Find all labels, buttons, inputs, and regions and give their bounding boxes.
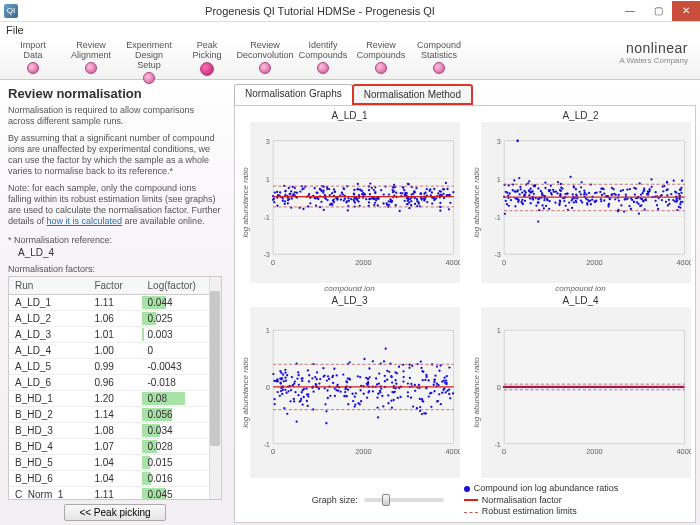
close-button[interactable]: ✕ (672, 1, 700, 21)
table-row[interactable]: B_HD_51.040.015 (9, 454, 221, 470)
svg-point-335 (535, 205, 537, 207)
tab-strip: Normalisation GraphsNormalisation Method (234, 84, 696, 105)
svg-point-399 (537, 187, 539, 189)
table-row[interactable]: A_LD_50.99-0.0043 (9, 358, 221, 374)
svg-point-572 (643, 188, 645, 190)
svg-point-289 (420, 197, 422, 199)
table-row[interactable]: A_LD_31.010.003 (9, 326, 221, 342)
table-row[interactable]: C_Norm_11.110.045 (9, 486, 221, 500)
svg-point-830 (444, 392, 446, 394)
svg-point-879 (409, 377, 411, 379)
svg-text:2000: 2000 (586, 258, 602, 267)
svg-point-59 (343, 199, 345, 201)
titlebar: QI Progenesis QI Tutorial HDMSe - Progen… (0, 0, 700, 22)
table-row[interactable]: A_LD_21.060.025 (9, 310, 221, 326)
svg-point-655 (352, 400, 354, 402)
table-row[interactable]: B_HD_11.200.08 (9, 390, 221, 406)
table-row[interactable]: A_LD_41.000 (9, 342, 221, 358)
factors-table: RunFactorLog(factor) A_LD_11.110.044A_LD… (9, 277, 221, 501)
pipeline-step[interactable]: ImportData (6, 40, 60, 84)
svg-point-98 (287, 202, 289, 204)
svg-point-15 (290, 190, 292, 192)
svg-text:0: 0 (271, 258, 275, 267)
svg-point-650 (433, 384, 435, 386)
page-heading: Review normalisation (8, 86, 222, 101)
svg-point-797 (279, 371, 281, 373)
scatter-plot: A_LD_2log abundance ratio-3-113020004000… (470, 110, 691, 293)
svg-point-552 (663, 185, 665, 187)
tab[interactable]: Normalisation Graphs (234, 84, 353, 105)
svg-point-283 (426, 188, 428, 190)
pipeline-step[interactable]: CompoundStatistics (412, 40, 466, 84)
svg-point-669 (294, 392, 296, 394)
svg-point-455 (661, 199, 663, 201)
svg-point-913 (324, 404, 326, 406)
table-row[interactable]: A_LD_11.110.044 (9, 294, 221, 310)
pipeline-step[interactable]: ReviewAlignment (64, 40, 118, 84)
svg-point-832 (375, 378, 377, 380)
svg-point-847 (347, 389, 349, 391)
svg-point-767 (390, 400, 392, 402)
window-title: Progenesis QI Tutorial HDMSe - Progenesi… (24, 5, 616, 17)
table-row[interactable]: B_HD_31.080.034 (9, 422, 221, 438)
svg-point-554 (505, 200, 507, 202)
svg-point-287 (348, 200, 350, 202)
svg-point-786 (284, 389, 286, 391)
table-header[interactable]: Factor (88, 277, 141, 295)
table-header[interactable]: Run (9, 277, 88, 295)
svg-point-812 (367, 381, 369, 383)
pipeline-step[interactable]: PeakPicking (180, 40, 234, 84)
svg-point-603 (646, 193, 648, 195)
svg-point-834 (414, 390, 416, 392)
svg-point-732 (430, 392, 432, 394)
svg-point-36 (345, 201, 347, 203)
svg-point-754 (308, 375, 310, 377)
svg-point-816 (290, 390, 292, 392)
svg-point-432 (600, 198, 602, 200)
svg-point-712 (377, 393, 379, 395)
maximize-button[interactable]: ▢ (644, 1, 672, 21)
svg-point-718 (277, 391, 279, 393)
tab[interactable]: Normalisation Method (352, 84, 473, 105)
plot-title: A_LD_2 (562, 110, 598, 121)
svg-point-513 (640, 204, 642, 206)
svg-point-170 (334, 191, 336, 193)
svg-point-254 (347, 197, 349, 199)
table-scrollbar[interactable] (209, 277, 221, 500)
svg-text:4000: 4000 (677, 448, 691, 457)
svg-point-355 (651, 186, 653, 188)
menu-file[interactable]: File (6, 24, 24, 36)
svg-point-576 (642, 192, 644, 194)
table-row[interactable]: A_LD_60.96-0.018 (9, 374, 221, 390)
svg-point-919 (379, 392, 381, 394)
svg-point-62 (395, 204, 397, 206)
svg-point-911 (343, 396, 345, 398)
svg-point-125 (353, 193, 355, 195)
svg-point-533 (537, 202, 539, 204)
svg-point-644 (357, 376, 359, 378)
svg-point-616 (515, 191, 517, 193)
minimize-button[interactable]: — (616, 1, 644, 21)
svg-point-546 (611, 187, 613, 189)
table-row[interactable]: B_HD_61.040.016 (9, 470, 221, 486)
svg-point-407 (531, 190, 533, 192)
factors-table-wrap: RunFactorLog(factor) A_LD_11.110.044A_LD… (8, 276, 222, 501)
table-row[interactable]: B_HD_41.070.028 (9, 438, 221, 454)
table-row[interactable]: B_HD_21.140.056 (9, 406, 221, 422)
pipeline-step[interactable]: ReviewCompounds (354, 40, 408, 84)
svg-point-649 (425, 376, 427, 378)
svg-point-161 (313, 197, 315, 199)
back-button[interactable]: << Peak picking (64, 504, 165, 521)
pipeline-step[interactable]: ReviewDeconvolution (238, 40, 292, 84)
svg-point-301 (377, 204, 379, 206)
svg-point-240 (296, 192, 298, 194)
svg-point-923 (323, 375, 325, 377)
pipeline-step[interactable]: IdentifyCompounds (296, 40, 350, 84)
svg-point-489 (593, 200, 595, 202)
calc-link[interactable]: how it is calculated (47, 216, 123, 226)
svg-point-566 (578, 191, 580, 193)
graph-size-slider[interactable] (364, 498, 444, 502)
scatter-plot: A_LD_1log abundance ratio-3-113020004000… (239, 110, 460, 293)
graph-size-label: Graph size: (312, 495, 358, 505)
pipeline-step[interactable]: ExperimentDesign Setup (122, 40, 176, 84)
